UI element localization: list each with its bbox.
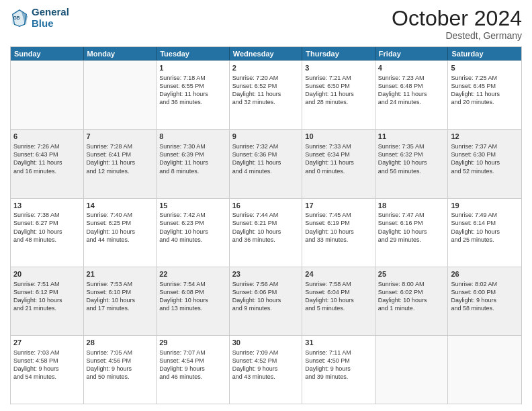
day-number: 17 — [305, 201, 372, 211]
calendar-cell: 24Sunrise: 7:58 AM Sunset: 6:04 PM Dayli… — [302, 267, 375, 335]
calendar-cell: 19Sunrise: 7:49 AM Sunset: 6:14 PM Dayli… — [448, 199, 521, 267]
daylight-info: Sunrise: 7:58 AM Sunset: 6:04 PM Dayligh… — [305, 280, 372, 313]
daylight-info: Sunrise: 7:26 AM Sunset: 6:43 PM Dayligh… — [13, 142, 81, 175]
day-number: 26 — [451, 269, 519, 279]
daylight-info: Sunrise: 7:56 AM Sunset: 6:06 PM Dayligh… — [232, 280, 300, 313]
day-number: 11 — [378, 132, 445, 142]
calendar-row: 20Sunrise: 7:51 AM Sunset: 6:12 PM Dayli… — [11, 267, 521, 335]
calendar-cell: 26Sunrise: 8:02 AM Sunset: 6:00 PM Dayli… — [448, 267, 521, 335]
daylight-info: Sunrise: 7:42 AM Sunset: 6:23 PM Dayligh… — [159, 211, 226, 244]
calendar-cell: 5Sunrise: 7:25 AM Sunset: 6:45 PM Daylig… — [448, 61, 521, 129]
calendar-row: 6Sunrise: 7:26 AM Sunset: 6:43 PM Daylig… — [11, 129, 521, 197]
daylight-info: Sunrise: 7:18 AM Sunset: 6:55 PM Dayligh… — [159, 74, 226, 107]
calendar-cell: 16Sunrise: 7:44 AM Sunset: 6:21 PM Dayli… — [230, 199, 303, 267]
month-title: October 2024 — [392, 7, 522, 30]
calendar-cell — [84, 61, 157, 129]
day-number: 2 — [232, 63, 300, 73]
calendar-cell: 8Sunrise: 7:30 AM Sunset: 6:39 PM Daylig… — [157, 130, 230, 197]
calendar-cell: 2Sunrise: 7:20 AM Sunset: 6:52 PM Daylig… — [230, 61, 303, 129]
daylight-info: Sunrise: 7:38 AM Sunset: 6:27 PM Dayligh… — [13, 211, 81, 244]
calendar-cell: 12Sunrise: 7:37 AM Sunset: 6:30 PM Dayli… — [448, 130, 521, 197]
calendar-cell — [448, 336, 521, 404]
page-header: GB General Blue October 2024 Destedt, Ge… — [10, 7, 522, 41]
daylight-info: Sunrise: 8:00 AM Sunset: 6:02 PM Dayligh… — [378, 280, 445, 313]
daylight-info: Sunrise: 7:45 AM Sunset: 6:19 PM Dayligh… — [305, 211, 372, 244]
calendar-cell: 4Sunrise: 7:23 AM Sunset: 6:48 PM Daylig… — [375, 61, 449, 129]
calendar-cell: 7Sunrise: 7:28 AM Sunset: 6:41 PM Daylig… — [84, 130, 157, 197]
day-number: 10 — [305, 132, 372, 142]
calendar-cell: 9Sunrise: 7:32 AM Sunset: 6:36 PM Daylig… — [230, 130, 303, 197]
daylight-info: Sunrise: 7:32 AM Sunset: 6:36 PM Dayligh… — [232, 142, 300, 175]
daylight-info: Sunrise: 7:37 AM Sunset: 6:30 PM Dayligh… — [451, 142, 519, 175]
calendar-cell: 6Sunrise: 7:26 AM Sunset: 6:43 PM Daylig… — [11, 130, 84, 197]
day-number: 1 — [159, 63, 226, 73]
daylight-info: Sunrise: 7:53 AM Sunset: 6:10 PM Dayligh… — [87, 280, 154, 313]
logo: GB General Blue — [10, 7, 69, 29]
calendar-cell: 23Sunrise: 7:56 AM Sunset: 6:06 PM Dayli… — [230, 267, 303, 335]
daylight-info: Sunrise: 7:25 AM Sunset: 6:45 PM Dayligh… — [451, 74, 519, 107]
day-number: 8 — [159, 132, 226, 142]
calendar-cell: 18Sunrise: 7:47 AM Sunset: 6:16 PM Dayli… — [375, 199, 449, 267]
calendar-cell: 31Sunrise: 7:11 AM Sunset: 4:50 PM Dayli… — [302, 336, 375, 404]
location: Destedt, Germany — [392, 30, 522, 41]
day-number: 5 — [451, 63, 519, 73]
daylight-info: Sunrise: 7:47 AM Sunset: 6:16 PM Dayligh… — [378, 211, 445, 244]
day-number: 6 — [13, 132, 81, 142]
daylight-info: Sunrise: 7:11 AM Sunset: 4:50 PM Dayligh… — [305, 349, 372, 381]
daylight-info: Sunrise: 8:02 AM Sunset: 6:00 PM Dayligh… — [451, 280, 519, 313]
day-number: 15 — [159, 201, 226, 211]
daylight-info: Sunrise: 7:07 AM Sunset: 4:54 PM Dayligh… — [159, 349, 226, 381]
calendar-cell: 22Sunrise: 7:54 AM Sunset: 6:08 PM Dayli… — [157, 267, 230, 335]
calendar-cell: 28Sunrise: 7:05 AM Sunset: 4:56 PM Dayli… — [84, 336, 157, 404]
calendar-cell: 27Sunrise: 7:03 AM Sunset: 4:58 PM Dayli… — [11, 336, 84, 404]
calendar-cell: 13Sunrise: 7:38 AM Sunset: 6:27 PM Dayli… — [11, 199, 84, 267]
weekday-header: Wednesday — [230, 47, 303, 60]
logo-icon: GB — [10, 9, 29, 28]
day-number: 29 — [159, 338, 226, 348]
daylight-info: Sunrise: 7:54 AM Sunset: 6:08 PM Dayligh… — [159, 280, 226, 313]
daylight-info: Sunrise: 7:33 AM Sunset: 6:34 PM Dayligh… — [305, 142, 372, 175]
weekday-header: Monday — [84, 47, 157, 60]
day-number: 20 — [13, 269, 81, 279]
day-number: 12 — [451, 132, 519, 142]
day-number: 24 — [305, 269, 372, 279]
day-number: 30 — [232, 338, 300, 348]
day-number: 27 — [13, 338, 81, 348]
calendar-cell: 15Sunrise: 7:42 AM Sunset: 6:23 PM Dayli… — [157, 199, 230, 267]
calendar-cell: 29Sunrise: 7:07 AM Sunset: 4:54 PM Dayli… — [157, 336, 230, 404]
daylight-info: Sunrise: 7:09 AM Sunset: 4:52 PM Dayligh… — [232, 349, 300, 381]
calendar-cell: 21Sunrise: 7:53 AM Sunset: 6:10 PM Dayli… — [84, 267, 157, 335]
daylight-info: Sunrise: 7:20 AM Sunset: 6:52 PM Dayligh… — [232, 74, 300, 107]
weekday-header: Sunday — [11, 47, 84, 60]
day-number: 16 — [232, 201, 300, 211]
calendar-cell: 17Sunrise: 7:45 AM Sunset: 6:19 PM Dayli… — [302, 199, 375, 267]
day-number: 19 — [451, 201, 519, 211]
weekday-header: Saturday — [448, 47, 521, 60]
daylight-info: Sunrise: 7:30 AM Sunset: 6:39 PM Dayligh… — [159, 142, 226, 175]
day-number: 22 — [159, 269, 226, 279]
day-number: 23 — [232, 269, 300, 279]
calendar-header: SundayMondayTuesdayWednesdayThursdayFrid… — [11, 47, 521, 60]
daylight-info: Sunrise: 7:21 AM Sunset: 6:50 PM Dayligh… — [305, 74, 372, 107]
day-number: 31 — [305, 338, 372, 348]
calendar-row: 27Sunrise: 7:03 AM Sunset: 4:58 PM Dayli… — [11, 335, 521, 404]
calendar-cell: 30Sunrise: 7:09 AM Sunset: 4:52 PM Dayli… — [230, 336, 303, 404]
daylight-info: Sunrise: 7:44 AM Sunset: 6:21 PM Dayligh… — [232, 211, 300, 244]
daylight-info: Sunrise: 7:05 AM Sunset: 4:56 PM Dayligh… — [87, 349, 154, 381]
calendar-cell: 11Sunrise: 7:35 AM Sunset: 6:32 PM Dayli… — [375, 130, 449, 197]
daylight-info: Sunrise: 7:40 AM Sunset: 6:25 PM Dayligh… — [87, 211, 154, 244]
title-block: October 2024 Destedt, Germany — [392, 7, 522, 41]
calendar-cell: 3Sunrise: 7:21 AM Sunset: 6:50 PM Daylig… — [302, 61, 375, 129]
day-number: 14 — [87, 201, 154, 211]
day-number: 18 — [378, 201, 445, 211]
calendar-cell: 1Sunrise: 7:18 AM Sunset: 6:55 PM Daylig… — [157, 61, 230, 129]
day-number: 3 — [305, 63, 372, 73]
calendar-cell: 20Sunrise: 7:51 AM Sunset: 6:12 PM Dayli… — [11, 267, 84, 335]
weekday-header: Tuesday — [157, 47, 230, 60]
calendar-cell: 14Sunrise: 7:40 AM Sunset: 6:25 PM Dayli… — [84, 199, 157, 267]
calendar-row: 1Sunrise: 7:18 AM Sunset: 6:55 PM Daylig… — [11, 60, 521, 129]
svg-text:GB: GB — [13, 15, 20, 19]
day-number: 13 — [13, 201, 81, 211]
calendar-cell: 25Sunrise: 8:00 AM Sunset: 6:02 PM Dayli… — [375, 267, 449, 335]
day-number: 28 — [87, 338, 154, 348]
